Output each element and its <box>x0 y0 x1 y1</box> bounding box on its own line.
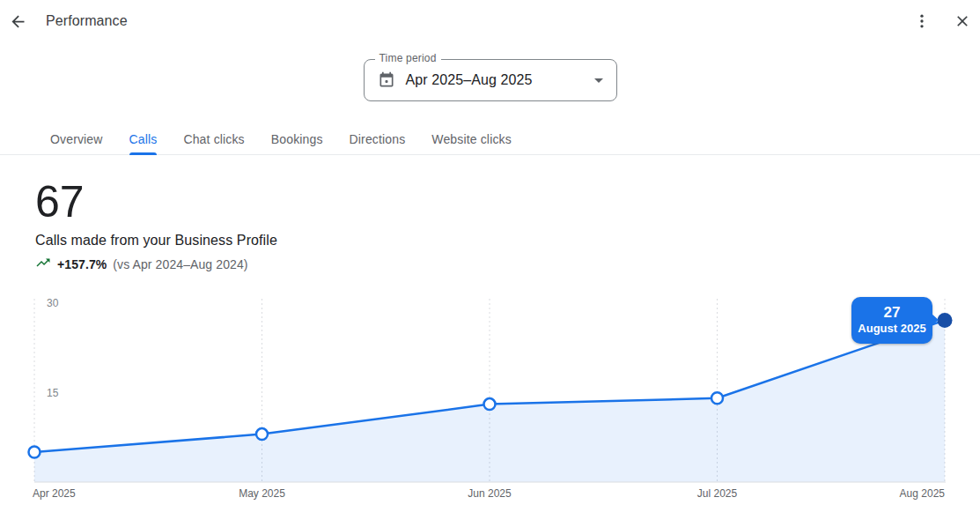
calls-chart-container[interactable]: Apr 2025May 2025Jun 2025Jul 2025Aug 2025… <box>0 293 980 509</box>
metric-change: +157.7% <box>57 257 107 271</box>
x-axis-label-aug-2025: Aug 2025 <box>900 487 946 500</box>
metric-description: Calls made from your Business Profile <box>35 233 980 249</box>
tab-bar: Overview Calls Chat clicks Bookings Dire… <box>0 124 980 155</box>
calendar-icon <box>378 71 395 89</box>
tab-overview[interactable]: Overview <box>50 124 103 154</box>
y-axis-label-15: 15 <box>47 387 59 399</box>
close-button[interactable] <box>945 4 980 39</box>
tab-bookings[interactable]: Bookings <box>271 124 323 154</box>
x-axis-label-may-2025: May 2025 <box>239 487 285 500</box>
time-period-select[interactable]: Time period Apr 2025–Aug 2025 <box>364 59 617 101</box>
chart-point-jul-2025[interactable] <box>711 392 723 404</box>
arrow-back-icon <box>9 12 27 31</box>
caret-down-icon <box>594 78 603 83</box>
tab-calls[interactable]: Calls <box>129 124 158 154</box>
tab-website-clicks[interactable]: Website clicks <box>431 124 512 154</box>
time-period-value: Apr 2025–Aug 2025 <box>406 72 533 88</box>
chart-point-apr-2025[interactable] <box>29 447 41 458</box>
calls-chart[interactable]: Apr 2025May 2025Jun 2025Jul 2025Aug 2025… <box>0 293 980 509</box>
y-axis-label-30: 30 <box>47 297 59 309</box>
trending-up-icon <box>35 255 57 274</box>
kebab-menu-icon <box>913 12 931 30</box>
metric-value: 67 <box>35 178 980 226</box>
x-axis-label-apr-2025: Apr 2025 <box>33 487 76 500</box>
x-axis-label-jun-2025: Jun 2025 <box>468 487 512 500</box>
page-title: Performance <box>46 13 128 29</box>
chart-point-may-2025[interactable] <box>256 428 268 440</box>
x-axis-label-jul-2025: Jul 2025 <box>697 487 738 500</box>
chart-point-aug-2025[interactable] <box>938 313 953 328</box>
tooltip-label: August 2025 <box>858 322 925 337</box>
tab-chat-clicks[interactable]: Chat clicks <box>183 124 244 154</box>
close-icon <box>954 12 971 30</box>
tooltip-value: 27 <box>884 304 901 322</box>
tab-directions[interactable]: Directions <box>350 124 406 154</box>
more-options-button[interactable] <box>904 4 939 39</box>
header: Performance <box>0 0 980 42</box>
metric-comparison: (vs Apr 2024–Aug 2024) <box>113 257 247 271</box>
metric-summary: 67 Calls made from your Business Profile… <box>35 178 980 272</box>
chart-point-jun-2025[interactable] <box>484 398 496 410</box>
chart-tooltip: 27 August 2025 <box>851 297 932 344</box>
time-period-label: Time period <box>375 52 441 64</box>
back-button[interactable] <box>0 4 35 39</box>
